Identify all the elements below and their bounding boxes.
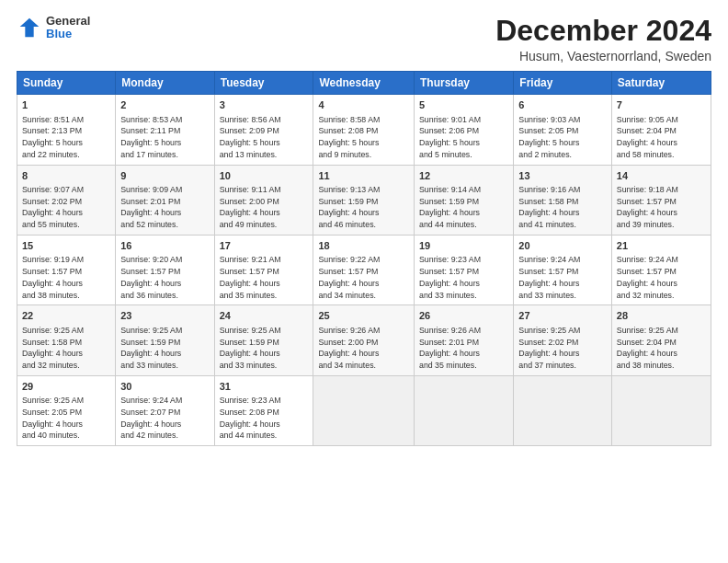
calendar-cell: 10Sunrise: 9:11 AM Sunset: 2:00 PM Dayli… (214, 165, 313, 235)
main-title: December 2024 (495, 15, 711, 47)
calendar-cell: 28Sunrise: 9:25 AM Sunset: 2:04 PM Dayli… (611, 305, 711, 375)
day-number: 23 (120, 309, 209, 323)
calendar-cell: 4Sunrise: 8:58 AM Sunset: 2:08 PM Daylig… (313, 95, 415, 165)
calendar-week-row: 29Sunrise: 9:25 AM Sunset: 2:05 PM Dayli… (17, 375, 711, 445)
day-info: Sunrise: 9:07 AM Sunset: 2:02 PM Dayligh… (22, 184, 110, 231)
day-number: 16 (120, 239, 209, 253)
calendar-cell: 12Sunrise: 9:14 AM Sunset: 1:59 PM Dayli… (415, 165, 514, 235)
day-number: 1 (22, 98, 110, 112)
day-info: Sunrise: 9:25 AM Sunset: 2:05 PM Dayligh… (22, 395, 110, 442)
calendar-week-row: 8Sunrise: 9:07 AM Sunset: 2:02 PM Daylig… (17, 165, 711, 235)
day-info: Sunrise: 9:24 AM Sunset: 2:07 PM Dayligh… (120, 395, 209, 442)
calendar-cell (415, 375, 514, 445)
day-number: 9 (120, 169, 209, 183)
day-number: 11 (318, 169, 409, 183)
calendar-week-row: 22Sunrise: 9:25 AM Sunset: 1:58 PM Dayli… (17, 305, 711, 375)
day-number: 13 (518, 169, 607, 183)
day-number: 4 (318, 98, 409, 112)
calendar-cell: 22Sunrise: 9:25 AM Sunset: 1:58 PM Dayli… (17, 305, 116, 375)
calendar-cell: 5Sunrise: 9:01 AM Sunset: 2:06 PM Daylig… (415, 95, 514, 165)
calendar-cell: 26Sunrise: 9:26 AM Sunset: 2:01 PM Dayli… (415, 305, 514, 375)
day-info: Sunrise: 9:16 AM Sunset: 1:58 PM Dayligh… (518, 184, 607, 231)
calendar-cell: 9Sunrise: 9:09 AM Sunset: 2:01 PM Daylig… (116, 165, 214, 235)
calendar-cell: 7Sunrise: 9:05 AM Sunset: 2:04 PM Daylig… (611, 95, 711, 165)
calendar-cell: 13Sunrise: 9:16 AM Sunset: 1:58 PM Dayli… (514, 165, 612, 235)
calendar-cell: 18Sunrise: 9:22 AM Sunset: 1:57 PM Dayli… (313, 235, 415, 304)
calendar-cell: 25Sunrise: 9:26 AM Sunset: 2:00 PM Dayli… (313, 305, 415, 375)
calendar-cell (514, 375, 612, 445)
day-number: 18 (318, 239, 409, 253)
logo-general-text: General (46, 15, 90, 28)
calendar-header-row: SundayMondayTuesdayWednesdayThursdayFrid… (17, 72, 711, 95)
day-number: 17 (220, 239, 309, 253)
page: General Blue December 2024 Husum, Vaeste… (0, 0, 728, 563)
calendar-cell: 27Sunrise: 9:25 AM Sunset: 2:02 PM Dayli… (514, 305, 612, 375)
day-number: 7 (617, 98, 706, 112)
calendar-cell: 6Sunrise: 9:03 AM Sunset: 2:05 PM Daylig… (514, 95, 612, 165)
day-info: Sunrise: 9:24 AM Sunset: 1:57 PM Dayligh… (518, 254, 607, 301)
calendar-cell: 24Sunrise: 9:25 AM Sunset: 1:59 PM Dayli… (214, 305, 313, 375)
day-number: 30 (120, 380, 209, 394)
day-info: Sunrise: 9:05 AM Sunset: 2:04 PM Dayligh… (617, 114, 706, 161)
day-number: 10 (220, 169, 309, 183)
day-info: Sunrise: 9:22 AM Sunset: 1:57 PM Dayligh… (318, 254, 409, 301)
day-info: Sunrise: 8:56 AM Sunset: 2:09 PM Dayligh… (220, 114, 309, 161)
day-number: 2 (120, 98, 209, 112)
logo-icon (17, 15, 42, 40)
day-info: Sunrise: 9:23 AM Sunset: 2:08 PM Dayligh… (220, 395, 309, 442)
day-info: Sunrise: 9:14 AM Sunset: 1:59 PM Dayligh… (419, 184, 508, 231)
day-number: 5 (419, 98, 508, 112)
calendar-week-row: 1Sunrise: 8:51 AM Sunset: 2:13 PM Daylig… (17, 95, 711, 165)
calendar-week-row: 15Sunrise: 9:19 AM Sunset: 1:57 PM Dayli… (17, 235, 711, 304)
day-number: 15 (22, 239, 110, 253)
logo-text: General Blue (46, 15, 90, 41)
day-info: Sunrise: 9:09 AM Sunset: 2:01 PM Dayligh… (120, 184, 209, 231)
day-number: 24 (220, 309, 309, 323)
day-info: Sunrise: 9:24 AM Sunset: 1:57 PM Dayligh… (617, 254, 706, 301)
day-info: Sunrise: 9:25 AM Sunset: 2:04 PM Dayligh… (617, 325, 706, 372)
logo-blue-text: Blue (46, 28, 90, 40)
calendar-cell (313, 375, 415, 445)
calendar-cell (611, 375, 711, 445)
calendar-cell: 2Sunrise: 8:53 AM Sunset: 2:11 PM Daylig… (116, 95, 214, 165)
day-info: Sunrise: 9:23 AM Sunset: 1:57 PM Dayligh… (419, 254, 508, 301)
day-info: Sunrise: 9:25 AM Sunset: 2:02 PM Dayligh… (518, 325, 607, 372)
day-number: 12 (419, 169, 508, 183)
calendar-cell: 29Sunrise: 9:25 AM Sunset: 2:05 PM Dayli… (17, 375, 116, 445)
calendar-cell: 21Sunrise: 9:24 AM Sunset: 1:57 PM Dayli… (611, 235, 711, 304)
calendar-header-sunday: Sunday (17, 72, 116, 95)
day-info: Sunrise: 9:11 AM Sunset: 2:00 PM Dayligh… (220, 184, 309, 231)
calendar-cell: 30Sunrise: 9:24 AM Sunset: 2:07 PM Dayli… (116, 375, 214, 445)
day-number: 14 (617, 169, 706, 183)
title-block: December 2024 Husum, Vaesternorrland, Sw… (495, 15, 711, 63)
day-info: Sunrise: 9:13 AM Sunset: 1:59 PM Dayligh… (318, 184, 409, 231)
day-info: Sunrise: 9:25 AM Sunset: 1:59 PM Dayligh… (120, 325, 209, 372)
calendar-header-saturday: Saturday (611, 72, 711, 95)
day-number: 6 (518, 98, 607, 112)
calendar-cell: 3Sunrise: 8:56 AM Sunset: 2:09 PM Daylig… (214, 95, 313, 165)
calendar-cell: 11Sunrise: 9:13 AM Sunset: 1:59 PM Dayli… (313, 165, 415, 235)
day-number: 28 (617, 309, 706, 323)
calendar-header-wednesday: Wednesday (313, 72, 415, 95)
day-number: 21 (617, 239, 706, 253)
day-number: 8 (22, 169, 110, 183)
calendar-header-friday: Friday (514, 72, 612, 95)
day-number: 26 (419, 309, 508, 323)
header: General Blue December 2024 Husum, Vaeste… (17, 15, 711, 63)
calendar-cell: 14Sunrise: 9:18 AM Sunset: 1:57 PM Dayli… (611, 165, 711, 235)
calendar-cell: 23Sunrise: 9:25 AM Sunset: 1:59 PM Dayli… (116, 305, 214, 375)
day-info: Sunrise: 9:18 AM Sunset: 1:57 PM Dayligh… (617, 184, 706, 231)
day-info: Sunrise: 9:01 AM Sunset: 2:06 PM Dayligh… (419, 114, 508, 161)
subtitle: Husum, Vaesternorrland, Sweden (495, 49, 711, 63)
day-info: Sunrise: 9:25 AM Sunset: 1:58 PM Dayligh… (22, 325, 110, 372)
day-number: 29 (22, 380, 110, 394)
calendar-header-tuesday: Tuesday (214, 72, 313, 95)
calendar-cell: 20Sunrise: 9:24 AM Sunset: 1:57 PM Dayli… (514, 235, 612, 304)
logo: General Blue (17, 15, 90, 41)
day-info: Sunrise: 9:19 AM Sunset: 1:57 PM Dayligh… (22, 254, 110, 301)
calendar-cell: 16Sunrise: 9:20 AM Sunset: 1:57 PM Dayli… (116, 235, 214, 304)
day-info: Sunrise: 9:03 AM Sunset: 2:05 PM Dayligh… (518, 114, 607, 161)
calendar-cell: 15Sunrise: 9:19 AM Sunset: 1:57 PM Dayli… (17, 235, 116, 304)
day-number: 22 (22, 309, 110, 323)
day-info: Sunrise: 9:26 AM Sunset: 2:00 PM Dayligh… (318, 325, 409, 372)
